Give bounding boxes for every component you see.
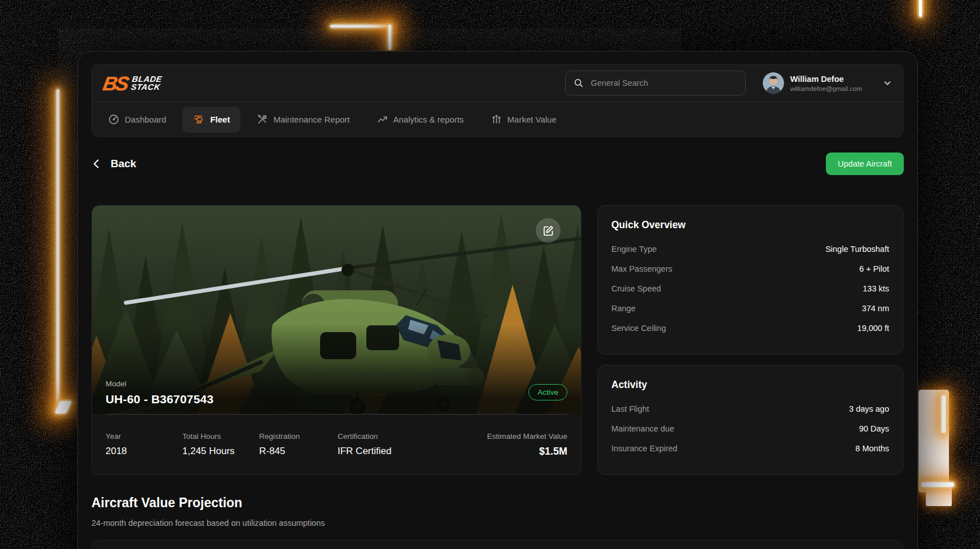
bar-chart-icon — [491, 114, 502, 125]
stat-registration: Registration R-845 — [259, 432, 338, 457]
back-button[interactable]: Back — [91, 158, 136, 170]
brand-wordmark: BLADE STACK — [130, 76, 163, 91]
tools-icon — [257, 114, 268, 125]
screen: BS BLADE STACK — [0, 0, 980, 549]
helicopter-icon — [193, 114, 204, 125]
activity-row-maintenance-due: Maintenance due 90 Days — [611, 419, 889, 438]
overview-row-max-passengers: Max Passengers 6 + Pilot — [611, 259, 889, 278]
user-menu[interactable]: William Defoe williamdefoe@gmail.com — [763, 72, 892, 94]
stat-total-hours: Total Hours 1,245 Hours — [182, 432, 259, 457]
trend-up-icon — [377, 114, 388, 125]
overview-row-engine-type: Engine Type Single Turboshaft — [611, 239, 889, 259]
neon-edge-left — [56, 89, 59, 411]
app-window: BS BLADE STACK — [77, 51, 918, 549]
activity-panel: Activity Last Flight 3 days ago Maintena… — [597, 365, 903, 475]
activity-row-insurance-expired: Insurance Expired 8 Months — [611, 438, 889, 458]
chevron-down-icon[interactable] — [883, 79, 892, 88]
status-badge: Active — [528, 384, 567, 400]
gauge-icon — [108, 114, 119, 125]
overview-row-range: Range 374 nm — [611, 298, 889, 318]
chevron-left-icon — [91, 158, 102, 169]
stat-year: Year 2018 — [106, 432, 182, 457]
toolbar: Back Update Aircraft — [91, 152, 904, 176]
overview-row-service-ceiling: Service Ceiling 19,000 ft — [611, 318, 889, 338]
neon-edge-top-right — [919, 0, 922, 17]
section-subtitle: 24-month depreciation forecast based on … — [91, 518, 904, 528]
overview-row-cruise-speed: Cruise Speed 133 kts — [611, 278, 889, 298]
brand-logo: BS BLADE STACK — [103, 73, 161, 93]
section-title: Aircraft Value Projection — [91, 495, 904, 511]
stat-market-value: Estimated Market Value $1.5M — [487, 432, 567, 457]
nav-item-fleet[interactable]: Fleet — [182, 107, 240, 133]
model-name: UH-60 - B36707543 — [106, 393, 213, 406]
search-icon — [574, 77, 584, 89]
neon-edge-top-corner — [388, 25, 391, 50]
user-name: William Defoe — [790, 75, 862, 84]
avatar — [763, 72, 784, 94]
main-nav: Dashboard Fleet Maintenance Report — [92, 102, 903, 137]
header: BS BLADE STACK — [91, 64, 904, 137]
update-aircraft-button[interactable]: Update Aircraft — [826, 152, 904, 175]
model-label: Model — [106, 380, 213, 388]
neon-edge-right — [942, 395, 946, 433]
edit-photo-button[interactable] — [536, 218, 561, 243]
nav-item-market-value[interactable]: Market Value — [480, 107, 567, 133]
content: Model UH-60 - B36707543 Active Year 2018… — [91, 205, 904, 475]
edit-icon — [542, 225, 554, 237]
user-email: williamdefoe@gmail.com — [790, 85, 862, 92]
aircraft-stats: Year 2018 Total Hours 1,245 Hours Regist… — [106, 414, 567, 474]
search-box — [565, 71, 746, 95]
nav-item-analytics-reports[interactable]: Analytics & reports — [366, 107, 475, 133]
search-input[interactable] — [590, 78, 737, 88]
activity-row-last-flight: Last Flight 3 days ago — [611, 399, 889, 419]
panel-title: Quick Overview — [611, 219, 889, 231]
value-projection-section: Aircraft Value Projection 24-month depre… — [91, 495, 904, 549]
nav-item-dashboard[interactable]: Dashboard — [98, 107, 177, 133]
aircraft-photo: Model UH-60 - B36707543 Active — [92, 206, 581, 414]
stat-certification: Certification IFR Certified — [338, 432, 434, 457]
neon-edge-top — [330, 25, 391, 28]
quick-overview-panel: Quick Overview Engine Type Single Turbos… — [597, 205, 903, 355]
neon-edge-right-lower — [921, 482, 954, 487]
nav-item-maintenance-report[interactable]: Maintenance Report — [246, 107, 360, 133]
brand-initials: BS — [102, 73, 129, 93]
aircraft-card: Model UH-60 - B36707543 Active Year 2018… — [91, 205, 581, 475]
side-panels: Quick Overview Engine Type Single Turbos… — [597, 205, 903, 475]
projection-chart-card — [91, 540, 904, 549]
panel-title: Activity — [611, 379, 889, 391]
backdrop-white-block — [926, 487, 952, 506]
